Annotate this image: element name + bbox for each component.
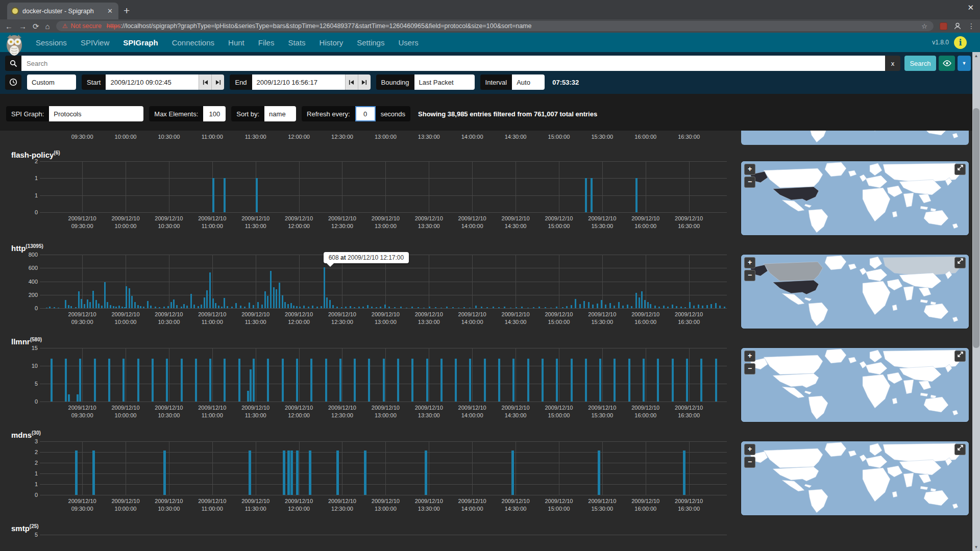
nav-item-settings[interactable]: Settings [357, 38, 384, 47]
map-zoom-out-button[interactable]: − [744, 270, 755, 281]
mdns-chart[interactable] [43, 441, 727, 495]
search-clear-button[interactable]: x [885, 56, 900, 71]
profile-icon[interactable] [953, 22, 962, 30]
gridline-v [429, 255, 429, 308]
nav-item-connections[interactable]: Connections [172, 38, 214, 47]
world-map-partial[interactable] [741, 131, 969, 145]
forward-button[interactable]: → [19, 22, 27, 30]
flash-policy-chart[interactable] [43, 161, 727, 212]
http-bar [110, 305, 111, 308]
http-bar [204, 297, 205, 308]
start-skip-forward-button[interactable] [211, 74, 224, 90]
map-zoom-out-button[interactable]: − [744, 363, 755, 374]
start-skip-back-button[interactable] [199, 74, 211, 90]
scrolled-chart-axis-strip: 09:30:0010:00:0010:30:0011:00:0011:30:00… [0, 132, 980, 148]
smtp-chart[interactable] [43, 535, 727, 541]
y-axis-label: 0 [6, 209, 38, 215]
protocol-title-smtp[interactable]: smtp(25) [6, 521, 735, 535]
gridline-v [342, 441, 342, 495]
end-skip-forward-button[interactable] [358, 74, 371, 90]
gridline-v [602, 441, 603, 495]
interval-select[interactable]: Auto [512, 74, 545, 90]
nav-item-sessions[interactable]: Sessions [36, 38, 67, 47]
info-icon[interactable]: i [954, 36, 967, 49]
max-elements-input[interactable]: 100 [203, 106, 226, 121]
mdns-world-map[interactable]: +− [741, 441, 969, 515]
protocol-title-flash-policy[interactable]: flash-policy(6) [6, 148, 735, 161]
views-dropdown-button[interactable]: ▼ [958, 56, 971, 71]
http-bar [423, 308, 425, 308]
nav-item-files[interactable]: Files [258, 38, 275, 47]
end-time-input[interactable]: 2009/12/10 16:56:17 [252, 74, 345, 90]
protocol-title-llmnr[interactable]: llmnr(580) [6, 335, 735, 348]
nav-item-hunt[interactable]: Hunt [228, 38, 244, 47]
nav-item-spigraph[interactable]: SPIGraph [123, 38, 158, 47]
sort-select[interactable]: name [264, 106, 296, 121]
llmnr-world-map[interactable]: +− [741, 348, 969, 422]
http-bar [706, 305, 708, 308]
max-elements-group: Max Elements: 100 [149, 106, 226, 121]
map-expand-icon[interactable] [954, 350, 966, 362]
browser-tab[interactable]: docker-cluster - Spigraph ✕ [7, 3, 118, 19]
http-bar [394, 307, 396, 308]
new-tab-button[interactable]: + [124, 5, 130, 17]
window-close-button[interactable]: ✕ [967, 3, 974, 12]
x-axis-label: 2009/12/10 15:30:00 [588, 311, 616, 326]
browser-menu-icon[interactable]: ⋮ [968, 22, 975, 30]
map-zoom-out-button[interactable]: − [744, 177, 755, 188]
entries-summary: Showing 38,985 entries filtered from 761… [418, 110, 597, 118]
http-bar [566, 306, 568, 308]
home-button[interactable]: ⌂ [45, 22, 50, 30]
spigraph-field-select[interactable]: Protocols [49, 106, 143, 121]
http-bar [406, 308, 407, 308]
nav-item-history[interactable]: History [320, 38, 344, 47]
axis-tick-label: 15:00:00 [548, 134, 570, 140]
map-zoom-in-button[interactable]: + [744, 444, 755, 455]
http-bar [440, 308, 442, 308]
map-zoom-out-button[interactable]: − [744, 457, 755, 468]
scrollbar-thumb[interactable] [973, 108, 979, 348]
http-chart[interactable]: 608 at 2009/12/10 12:17:00 [43, 255, 727, 308]
reload-button[interactable]: ⟳ [33, 22, 39, 30]
nav-item-spiview[interactable]: SPIView [81, 38, 109, 47]
tab-close-icon[interactable]: ✕ [106, 7, 114, 15]
back-button[interactable]: ← [5, 22, 13, 30]
x-axis-label: 2009/12/10 10:00:00 [111, 497, 139, 513]
flash-policy-bar [585, 178, 587, 212]
x-axis-label: 2009/12/10 16:00:00 [631, 497, 659, 513]
map-zoom-in-button[interactable]: + [744, 164, 755, 175]
start-time-input[interactable]: 2009/12/10 09:02:45 [106, 74, 199, 90]
llmnr-bar [599, 359, 601, 402]
scrollbar-up-arrow[interactable]: ▲ [972, 52, 980, 60]
views-eye-button[interactable] [939, 56, 955, 71]
extension-icon[interactable] [940, 22, 947, 30]
address-bar[interactable]: ⚠ Not secure https://localhost/spigraph?… [56, 21, 934, 31]
page-scrollbar[interactable]: ▲ ▼ [972, 52, 980, 551]
x-axis-label: 2009/12/10 16:00:00 [631, 404, 659, 419]
refresh-input[interactable]: 0 [355, 106, 376, 121]
nav-item-users[interactable]: Users [398, 38, 418, 47]
bounding-select[interactable]: Last Packet [414, 74, 475, 90]
end-skip-back-button[interactable] [345, 74, 358, 90]
llmnr-bar [700, 359, 702, 402]
http-bar [98, 304, 100, 308]
time-range-select[interactable]: Custom [27, 74, 76, 90]
http-bar [290, 303, 292, 308]
nav-item-stats[interactable]: Stats [288, 38, 305, 47]
flash-policy-world-map[interactable]: +− [741, 161, 969, 235]
http-bar [201, 305, 202, 308]
map-expand-icon[interactable] [954, 257, 966, 268]
map-expand-icon[interactable] [954, 164, 966, 175]
llmnr-chart[interactable] [43, 348, 727, 402]
map-zoom-in-button[interactable]: + [744, 257, 755, 268]
protocol-title-mdns[interactable]: mdns(30) [6, 428, 735, 441]
search-button[interactable]: Search [904, 56, 936, 71]
bookmark-star-icon[interactable]: ☆ [921, 22, 927, 30]
search-input[interactable] [21, 56, 885, 71]
scrollbar-down-arrow[interactable]: ▼ [972, 543, 980, 551]
y-axis-label: 5 [6, 381, 38, 387]
map-expand-icon[interactable] [954, 444, 966, 455]
map-zoom-in-button[interactable]: + [744, 350, 755, 362]
x-axis-label: 2009/12/10 13:00:00 [372, 404, 400, 419]
http-world-map[interactable]: +− [741, 255, 969, 329]
